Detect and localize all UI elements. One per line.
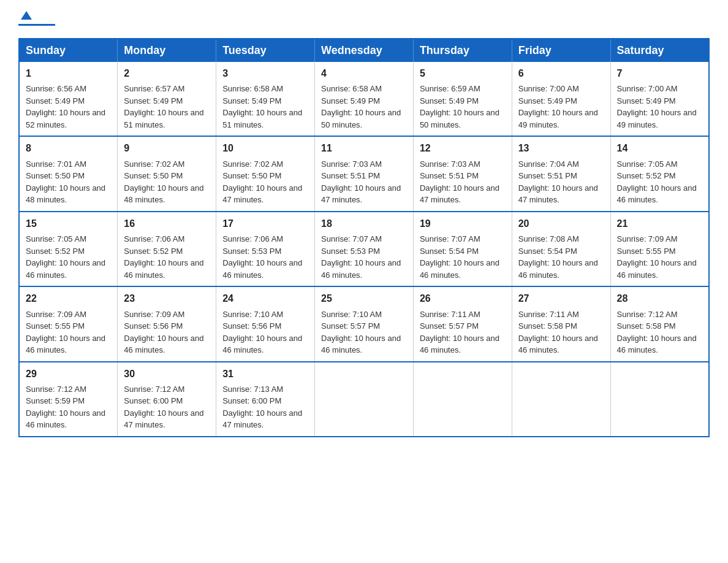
day-info: Sunrise: 7:05 AMSunset: 5:52 PMDaylight:… — [26, 234, 105, 280]
header-tuesday: Tuesday — [216, 39, 315, 62]
header-friday: Friday — [512, 39, 610, 62]
calendar-week-row: 8 Sunrise: 7:01 AMSunset: 5:50 PMDayligh… — [19, 136, 709, 211]
day-number: 9 — [124, 142, 210, 155]
day-info: Sunrise: 7:11 AMSunset: 5:57 PMDaylight:… — [420, 310, 499, 355]
calendar-cell: 11 Sunrise: 7:03 AMSunset: 5:51 PMDaylig… — [315, 136, 414, 211]
day-number: 1 — [26, 67, 111, 80]
day-info: Sunrise: 7:00 AMSunset: 5:49 PMDaylight:… — [518, 84, 598, 129]
day-number: 17 — [222, 217, 308, 231]
day-info: Sunrise: 7:13 AMSunset: 6:00 PMDaylight:… — [222, 385, 302, 430]
calendar-header-row: Sunday Monday Tuesday Wednesday Thursday… — [19, 39, 709, 62]
calendar-cell: 26 Sunrise: 7:11 AMSunset: 5:57 PMDaylig… — [413, 286, 512, 361]
day-info: Sunrise: 7:09 AMSunset: 5:56 PMDaylight:… — [124, 310, 203, 355]
calendar-cell: 1 Sunrise: 6:56 AMSunset: 5:49 PMDayligh… — [19, 62, 118, 136]
day-number: 23 — [124, 292, 210, 305]
day-number: 3 — [222, 67, 308, 80]
calendar-cell: 5 Sunrise: 6:59 AMSunset: 5:49 PMDayligh… — [413, 62, 512, 136]
day-number: 10 — [222, 142, 308, 155]
calendar-cell: 28 Sunrise: 7:12 AMSunset: 5:58 PMDaylig… — [610, 286, 709, 361]
day-number: 27 — [518, 292, 604, 305]
calendar-cell: 2 Sunrise: 6:57 AMSunset: 5:49 PMDayligh… — [118, 62, 216, 136]
day-info: Sunrise: 7:09 AMSunset: 5:55 PMDaylight:… — [26, 310, 105, 355]
calendar-cell: 13 Sunrise: 7:04 AMSunset: 5:51 PMDaylig… — [512, 136, 610, 211]
day-number: 16 — [124, 217, 210, 231]
day-number: 30 — [124, 367, 210, 381]
calendar-cell: 16 Sunrise: 7:06 AMSunset: 5:52 PMDaylig… — [118, 212, 216, 286]
calendar-cell: 31 Sunrise: 7:13 AMSunset: 6:00 PMDaylig… — [216, 362, 315, 437]
day-info: Sunrise: 7:05 AMSunset: 5:52 PMDaylight:… — [617, 159, 697, 205]
calendar-cell: 17 Sunrise: 7:06 AMSunset: 5:53 PMDaylig… — [216, 212, 315, 286]
day-number: 12 — [420, 142, 506, 155]
calendar-cell — [610, 362, 709, 437]
day-number: 6 — [518, 67, 604, 80]
day-number: 13 — [518, 142, 604, 155]
day-info: Sunrise: 7:07 AMSunset: 5:53 PMDaylight:… — [321, 234, 401, 280]
day-number: 7 — [617, 67, 702, 80]
calendar-week-row: 22 Sunrise: 7:09 AMSunset: 5:55 PMDaylig… — [19, 286, 709, 361]
day-info: Sunrise: 7:02 AMSunset: 5:50 PMDaylight:… — [124, 159, 203, 205]
header-wednesday: Wednesday — [315, 39, 414, 62]
day-info: Sunrise: 7:12 AMSunset: 5:59 PMDaylight:… — [26, 385, 105, 430]
calendar-cell: 24 Sunrise: 7:10 AMSunset: 5:56 PMDaylig… — [216, 286, 315, 361]
day-info: Sunrise: 7:03 AMSunset: 5:51 PMDaylight:… — [321, 159, 401, 205]
day-info: Sunrise: 7:08 AMSunset: 5:54 PMDaylight:… — [518, 234, 598, 280]
day-number: 18 — [321, 217, 407, 231]
day-number: 11 — [321, 142, 407, 155]
day-number: 26 — [420, 292, 506, 305]
calendar-cell: 10 Sunrise: 7:02 AMSunset: 5:50 PMDaylig… — [216, 136, 315, 211]
day-info: Sunrise: 6:59 AMSunset: 5:49 PMDaylight:… — [420, 84, 499, 129]
day-info: Sunrise: 6:57 AMSunset: 5:49 PMDaylight:… — [124, 84, 203, 129]
logo-arrow-icon — [21, 10, 32, 23]
calendar-cell: 12 Sunrise: 7:03 AMSunset: 5:51 PMDaylig… — [413, 136, 512, 211]
day-info: Sunrise: 7:12 AMSunset: 6:00 PMDaylight:… — [124, 385, 203, 430]
calendar-cell — [512, 362, 610, 437]
calendar-cell — [315, 362, 414, 437]
calendar-cell: 23 Sunrise: 7:09 AMSunset: 5:56 PMDaylig… — [118, 286, 216, 361]
day-info: Sunrise: 7:10 AMSunset: 5:57 PMDaylight:… — [321, 310, 401, 355]
header-sunday: Sunday — [19, 39, 118, 62]
day-info: Sunrise: 6:58 AMSunset: 5:49 PMDaylight:… — [222, 84, 302, 129]
calendar-cell: 25 Sunrise: 7:10 AMSunset: 5:57 PMDaylig… — [315, 286, 414, 361]
calendar-cell: 18 Sunrise: 7:07 AMSunset: 5:53 PMDaylig… — [315, 212, 414, 286]
day-info: Sunrise: 7:10 AMSunset: 5:56 PMDaylight:… — [222, 310, 302, 355]
day-number: 22 — [26, 292, 111, 305]
calendar-cell: 27 Sunrise: 7:11 AMSunset: 5:58 PMDaylig… — [512, 286, 610, 361]
day-number: 21 — [617, 217, 702, 231]
day-info: Sunrise: 6:56 AMSunset: 5:49 PMDaylight:… — [26, 84, 105, 129]
page-header — [18, 12, 710, 26]
day-number: 4 — [321, 67, 407, 80]
day-number: 20 — [518, 217, 604, 231]
day-number: 8 — [26, 142, 111, 155]
calendar-cell: 9 Sunrise: 7:02 AMSunset: 5:50 PMDayligh… — [118, 136, 216, 211]
day-info: Sunrise: 7:04 AMSunset: 5:51 PMDaylight:… — [518, 159, 598, 205]
calendar-cell: 6 Sunrise: 7:00 AMSunset: 5:49 PMDayligh… — [512, 62, 610, 136]
day-number: 15 — [26, 217, 111, 231]
calendar-table: Sunday Monday Tuesday Wednesday Thursday… — [18, 38, 710, 437]
header-saturday: Saturday — [610, 39, 709, 62]
day-number: 5 — [420, 67, 506, 80]
day-number: 24 — [222, 292, 308, 305]
calendar-cell: 8 Sunrise: 7:01 AMSunset: 5:50 PMDayligh… — [19, 136, 118, 211]
day-info: Sunrise: 7:12 AMSunset: 5:58 PMDaylight:… — [617, 310, 697, 355]
day-info: Sunrise: 7:02 AMSunset: 5:50 PMDaylight:… — [222, 159, 302, 205]
calendar-week-row: 29 Sunrise: 7:12 AMSunset: 5:59 PMDaylig… — [19, 362, 709, 437]
day-info: Sunrise: 7:01 AMSunset: 5:50 PMDaylight:… — [26, 159, 105, 205]
calendar-cell: 20 Sunrise: 7:08 AMSunset: 5:54 PMDaylig… — [512, 212, 610, 286]
calendar-cell: 4 Sunrise: 6:58 AMSunset: 5:49 PMDayligh… — [315, 62, 414, 136]
svg-marker-0 — [21, 11, 32, 20]
day-info: Sunrise: 7:09 AMSunset: 5:55 PMDaylight:… — [617, 234, 697, 280]
day-number: 19 — [420, 217, 506, 231]
calendar-cell: 15 Sunrise: 7:05 AMSunset: 5:52 PMDaylig… — [19, 212, 118, 286]
day-info: Sunrise: 7:11 AMSunset: 5:58 PMDaylight:… — [518, 310, 598, 355]
day-info: Sunrise: 7:03 AMSunset: 5:51 PMDaylight:… — [420, 159, 499, 205]
calendar-cell: 22 Sunrise: 7:09 AMSunset: 5:55 PMDaylig… — [19, 286, 118, 361]
day-info: Sunrise: 7:06 AMSunset: 5:52 PMDaylight:… — [124, 234, 203, 280]
calendar-week-row: 1 Sunrise: 6:56 AMSunset: 5:49 PMDayligh… — [19, 62, 709, 136]
calendar-cell: 3 Sunrise: 6:58 AMSunset: 5:49 PMDayligh… — [216, 62, 315, 136]
day-number: 14 — [617, 142, 702, 155]
calendar-cell: 21 Sunrise: 7:09 AMSunset: 5:55 PMDaylig… — [610, 212, 709, 286]
header-thursday: Thursday — [413, 39, 512, 62]
day-number: 2 — [124, 67, 210, 80]
calendar-cell — [413, 362, 512, 437]
calendar-cell: 7 Sunrise: 7:00 AMSunset: 5:49 PMDayligh… — [610, 62, 709, 136]
